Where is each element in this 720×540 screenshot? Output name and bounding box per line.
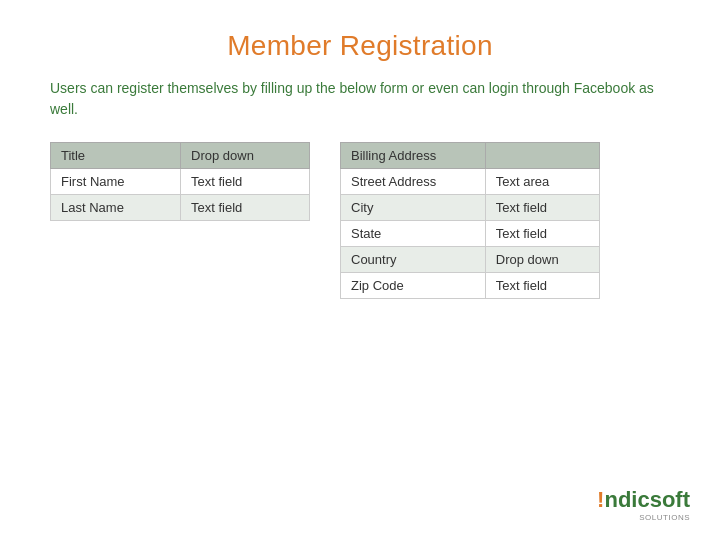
state-label: State: [341, 221, 486, 247]
first-name-type: Text field: [181, 169, 310, 195]
tables-container: Title Drop down First Name Text field La…: [50, 142, 670, 299]
first-name-label: First Name: [51, 169, 181, 195]
table2-header-col1: Billing Address: [341, 143, 486, 169]
table1-header-row: Title Drop down: [51, 143, 310, 169]
table1-header-col2: Drop down: [181, 143, 310, 169]
last-name-type: Text field: [181, 195, 310, 221]
table-row: Country Drop down: [341, 247, 600, 273]
logo: !ndicsoft: [597, 487, 690, 513]
logo-exclaim: !: [597, 487, 604, 513]
country-type: Drop down: [485, 247, 599, 273]
logo-area: !ndicsoft SOLUTIONS: [597, 487, 690, 522]
country-label: Country: [341, 247, 486, 273]
zipcode-type: Text field: [485, 273, 599, 299]
page-title: Member Registration: [50, 30, 670, 62]
table-row: State Text field: [341, 221, 600, 247]
last-name-label: Last Name: [51, 195, 181, 221]
table1-header-col1: Title: [51, 143, 181, 169]
page: Member Registration Users can register t…: [0, 0, 720, 540]
table2-header-col2: [485, 143, 599, 169]
basic-info-table: Title Drop down First Name Text field La…: [50, 142, 310, 221]
table-row: First Name Text field: [51, 169, 310, 195]
city-type: Text field: [485, 195, 599, 221]
table2-header-row: Billing Address: [341, 143, 600, 169]
billing-address-table: Billing Address Street Address Text area…: [340, 142, 600, 299]
zipcode-label: Zip Code: [341, 273, 486, 299]
table-row: Street Address Text area: [341, 169, 600, 195]
page-subtitle: Users can register themselves by filling…: [50, 78, 670, 120]
table-row: Zip Code Text field: [341, 273, 600, 299]
logo-subtext: SOLUTIONS: [597, 513, 690, 522]
logo-text: ndicsoft: [604, 487, 690, 513]
street-address-type: Text area: [485, 169, 599, 195]
city-label: City: [341, 195, 486, 221]
table-row: Last Name Text field: [51, 195, 310, 221]
table-row: City Text field: [341, 195, 600, 221]
state-type: Text field: [485, 221, 599, 247]
street-address-label: Street Address: [341, 169, 486, 195]
